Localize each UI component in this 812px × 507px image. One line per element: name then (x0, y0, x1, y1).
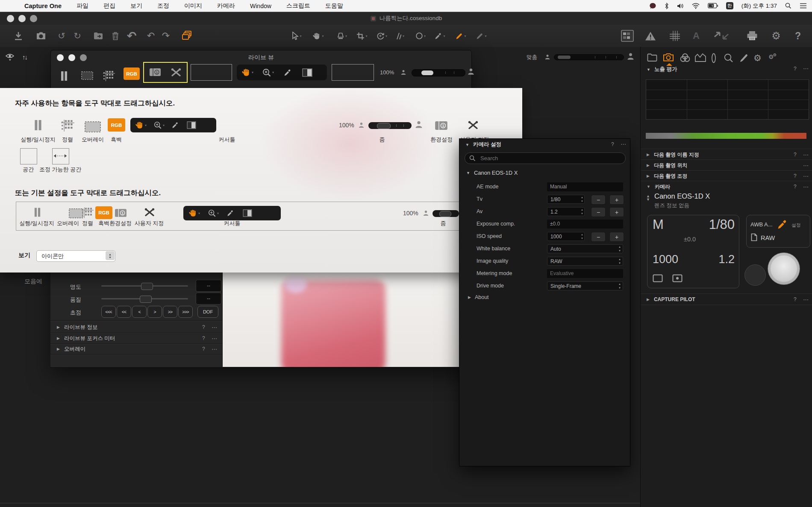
draw-mask-tool[interactable]: ▾ (452, 25, 469, 47)
disclosure-icon[interactable]: ▶ (647, 297, 650, 302)
lv-split-view-tool[interactable] (302, 68, 312, 77)
undo-button[interactable]: ↶ (144, 25, 158, 47)
lv-hand-tool[interactable] (242, 68, 251, 77)
lv-info-section[interactable]: ▶ 라이브뷰 정보 ? ⋯ (50, 322, 222, 332)
drive-mode-select[interactable]: Single-Frame▲▼ (547, 281, 623, 290)
rotate-left-button[interactable]: ↺ (55, 25, 68, 47)
overlay-item[interactable] (84, 120, 102, 133)
trash-icon[interactable] (108, 25, 123, 47)
disclosure-icon[interactable]: ▼ (466, 171, 470, 175)
live-view-icon[interactable] (653, 274, 663, 282)
menu-scripts[interactable]: 스크립트 (285, 2, 311, 10)
iso-stepper[interactable]: 1000▲▼ (547, 232, 585, 241)
white-balance-select[interactable]: Auto▲▼ (547, 244, 623, 253)
volume-icon[interactable] (677, 3, 684, 9)
disclosure-icon[interactable]: ▶ (647, 152, 650, 157)
default-zoom-slider[interactable] (432, 210, 459, 217)
view-mode-stepper-icon[interactable]: ▲▼ (106, 251, 115, 260)
flash-icon[interactable] (672, 274, 683, 282)
menu-view[interactable]: 보기 (129, 2, 143, 10)
help-icon[interactable]: ? (794, 296, 797, 302)
brightness-slider-knob[interactable] (141, 283, 153, 290)
white-balance-value[interactable]: AWB A... (750, 221, 773, 228)
lv-focus-meter-section[interactable]: ▶ 라이브뷰 포커스 미터 ? ⋯ (50, 334, 222, 343)
redo-button[interactable]: ↷ (159, 25, 173, 47)
battery-icon[interactable] (708, 3, 718, 9)
help-icon[interactable]: ? (794, 184, 797, 190)
loupe-tool[interactable]: ▾ (334, 25, 350, 47)
camera-settings-search[interactable] (465, 152, 626, 164)
copy-adjustments-button[interactable] (179, 25, 196, 47)
quality-slider[interactable] (101, 298, 188, 299)
tab-capture-icon[interactable] (663, 53, 674, 62)
help-button[interactable]: ? (791, 25, 805, 47)
zoom-fit-label[interactable]: 맞춤 (527, 54, 537, 61)
menu-file[interactable]: 파일 (76, 2, 89, 10)
brightness-slider[interactable] (101, 285, 188, 287)
more-options-icon[interactable]: ⋯ (803, 152, 809, 158)
about-section[interactable]: ▶ About (468, 294, 489, 300)
help-icon[interactable]: ? (794, 66, 797, 72)
tab-color-icon[interactable] (680, 53, 691, 62)
view-mode-select[interactable]: 아이콘만 ▲▼ (36, 250, 115, 262)
lv-customize-button[interactable] (171, 67, 182, 77)
tab-settings-icon[interactable]: ⚙ (753, 53, 762, 63)
focus-near-1-button[interactable]: > (147, 306, 162, 318)
lv-zoom-tool[interactable] (262, 68, 271, 77)
shutter-release-button[interactable] (768, 252, 800, 285)
quality-slider-knob[interactable] (140, 296, 152, 303)
space-item[interactable] (20, 148, 37, 164)
focus-near-2-button[interactable]: >> (163, 306, 177, 318)
help-icon[interactable]: ? (794, 173, 797, 179)
focus-far-3-button[interactable]: <<< (101, 306, 116, 318)
tv-plus-button[interactable]: + (609, 195, 624, 205)
more-options-icon[interactable]: ⋯ (803, 162, 809, 169)
tab-system-icon[interactable]: ⚙⚙ (768, 53, 778, 61)
lv-overlay-section[interactable]: ▶ 오버레이 ? ⋯ (50, 344, 222, 354)
export-button[interactable] (91, 25, 106, 47)
menu-clock[interactable]: (화) 오후 1:37 (741, 2, 777, 10)
tab-exposure-icon[interactable] (695, 53, 706, 62)
pan-tool[interactable]: ▾ (310, 25, 327, 47)
rotate-freehand-tool[interactable]: ▾ (373, 25, 390, 47)
help-icon[interactable]: ? (202, 324, 205, 330)
search-input[interactable] (480, 154, 618, 163)
file-format-value[interactable]: RAW (761, 234, 775, 241)
lv-hand-tool-caret[interactable]: ▾ (252, 70, 253, 74)
customize-item[interactable] (468, 120, 479, 130)
bluetooth-icon[interactable] (665, 3, 669, 9)
lv-align-button[interactable] (103, 70, 115, 81)
prefs-item[interactable]: 1 (435, 121, 448, 130)
menu-app-name[interactable]: Capture One (24, 3, 62, 9)
warning-icon[interactable] (643, 25, 658, 47)
focus-near-3-button[interactable]: >>> (178, 306, 193, 318)
reset-adjustments-button[interactable]: ↶ (124, 25, 139, 47)
annotations-button[interactable]: A (689, 25, 703, 47)
tab-adjustments-icon[interactable] (739, 53, 749, 63)
crop-tool[interactable]: ▾ (354, 25, 370, 47)
wifi-icon[interactable] (692, 3, 700, 9)
tab-library-icon[interactable] (647, 53, 657, 62)
help-icon[interactable]: ? (794, 152, 797, 158)
av-minus-button[interactable]: − (591, 207, 606, 217)
iso-plus-button[interactable]: + (609, 232, 624, 242)
more-options-icon[interactable]: ⋯ (803, 184, 809, 190)
connected-camera-name[interactable]: Canon EOS-1D X (654, 192, 710, 200)
grid-overlay-button[interactable] (667, 25, 683, 47)
lv-blackwhite-button[interactable]: RGB (124, 67, 140, 80)
disclosure-icon[interactable]: ▶ (647, 174, 650, 178)
select-tool[interactable]: ▾ (289, 25, 304, 47)
more-options-icon[interactable]: ⋯ (803, 296, 809, 303)
tv-minus-button[interactable]: − (591, 195, 606, 205)
focus-far-2-button[interactable]: << (117, 306, 131, 318)
av-plus-button[interactable]: + (609, 207, 624, 217)
exposure-compensation[interactable]: ±0.0 (684, 236, 696, 243)
av-stepper[interactable]: 1.2▲▼ (547, 207, 585, 216)
pause-item[interactable] (33, 120, 43, 131)
disclosure-icon[interactable]: ▶ (57, 347, 60, 351)
lv-zoom-slider[interactable] (412, 69, 465, 76)
more-options-icon[interactable]: ⋯ (212, 346, 218, 352)
sort-icon[interactable]: ↑↓ (22, 53, 27, 61)
more-options-icon[interactable]: ⋯ (803, 173, 809, 179)
chat-status-icon[interactable] (649, 3, 656, 9)
